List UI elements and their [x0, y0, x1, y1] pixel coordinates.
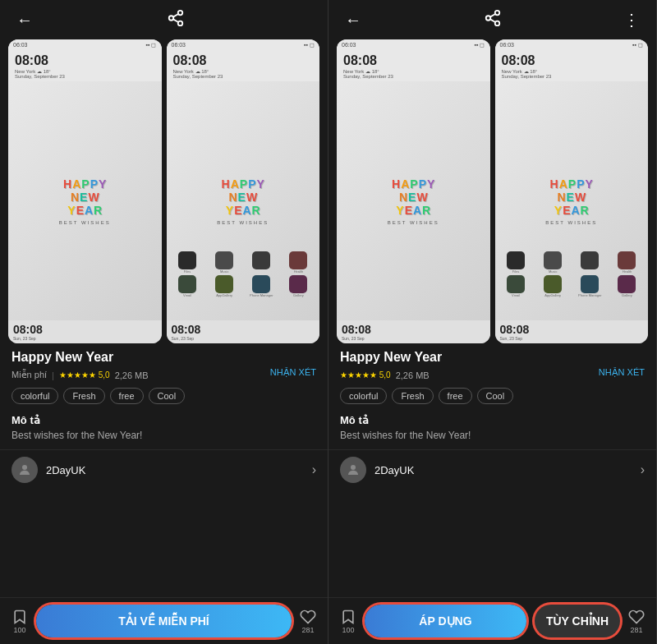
- left-phone2-hny: H A P P Y N E W Y E A R: [217, 177, 269, 225]
- left-heart-button[interactable]: 281: [300, 609, 316, 634]
- right-phone1-status-left: 06:03: [342, 42, 356, 48]
- left-phone2-bottom-time: 08:08: [172, 323, 315, 336]
- svg-point-6: [494, 10, 499, 15]
- right-phone1-date: Sunday, September 23: [343, 74, 484, 79]
- left-tag-free: free: [110, 388, 144, 404]
- left-bookmark-button[interactable]: 100: [11, 609, 28, 634]
- right-desc-section: Mô tả Best wishes for the New Year!: [328, 414, 656, 446]
- svg-point-2: [177, 21, 182, 25]
- left-phone1-status-left: 06:03: [13, 42, 28, 48]
- right-phone2-time: 08:08: [502, 53, 642, 68]
- right-info-section: Happy New Year ★★★★★ 5,0 2,26 MB NHẬN XÉ…: [328, 343, 656, 414]
- left-tag-cool: Cool: [149, 388, 186, 404]
- left-info-section: Happy New Year Miễn phí | ★★★★★ 5,0 2,26…: [0, 343, 328, 414]
- left-phone1-bottom-date: Sun, 23 Sep: [13, 336, 157, 341]
- left-screenshot-area: 06:03 ▪▪ ◻ 08:08 New York ☁ 18° Sunday, …: [0, 39, 328, 343]
- right-review-button[interactable]: NHẬN XÉT: [599, 367, 645, 378]
- svg-line-9: [489, 19, 494, 22]
- left-desc-title: Mô tả: [11, 414, 316, 426]
- left-phone2-status-left: 06:03: [172, 42, 186, 48]
- left-heart-count: 281: [301, 626, 314, 634]
- left-tag-fresh: Fresh: [63, 388, 104, 404]
- right-top-bar: ← ⋮: [328, 0, 656, 39]
- right-phone1-location: New York ☁ 18°: [343, 68, 484, 74]
- right-phone2: 06:03 ▪▪ ◻ 08:08 New York ☁ 18° Sunday, …: [495, 39, 649, 343]
- left-phone2-status-right: ▪▪ ◻: [304, 42, 315, 48]
- left-app-title: Happy New Year: [11, 350, 316, 365]
- svg-point-1: [168, 16, 173, 21]
- right-phone1: 06:03 ▪▪ ◻ 08:08 New York ☁ 18° Sunday, …: [337, 39, 490, 343]
- right-screenshot-area: 06:03 ▪▪ ◻ 08:08 New York ☁ 18° Sunday, …: [328, 39, 656, 343]
- svg-point-11: [351, 465, 356, 470]
- svg-line-10: [489, 13, 494, 16]
- left-phone1-location: New York ☁ 18°: [15, 68, 155, 74]
- right-dev-arrow-icon: ›: [641, 462, 645, 477]
- left-panel: ← 06:03 ▪▪ ◻ 08:08 New York ☁ 18° Sunday…: [0, 0, 328, 644]
- right-developer-row[interactable]: 2DayUK ›: [328, 449, 656, 490]
- right-dev-name: 2DayUK: [374, 464, 641, 476]
- right-phone1-status-right: ▪▪ ◻: [475, 42, 485, 48]
- left-back-button[interactable]: ←: [13, 7, 36, 33]
- right-phone2-wishes: BEST WISHES: [545, 220, 597, 225]
- right-app-title: Happy New Year: [340, 350, 645, 365]
- left-phone1-wishes: BEST WISHES: [59, 220, 111, 225]
- svg-line-4: [172, 13, 177, 16]
- left-download-button[interactable]: TẢI VỀ MIỄN PHÍ: [36, 605, 292, 637]
- right-heart-button[interactable]: 281: [628, 609, 645, 634]
- svg-point-0: [177, 10, 182, 15]
- left-share-icon[interactable]: [163, 6, 188, 34]
- right-phone1-time: 08:08: [343, 53, 484, 68]
- left-desc-section: Mô tả Best wishes for the New Year!: [0, 414, 328, 446]
- left-phone1-time: 08:08: [15, 53, 155, 68]
- left-size: 2,26 MB: [115, 370, 149, 380]
- right-phone2-hny: H A P P Y N E W Y E A R: [545, 177, 597, 225]
- left-top-bar: ←: [0, 0, 328, 39]
- right-phone2-location: New York ☁ 18°: [502, 68, 642, 74]
- svg-point-8: [494, 21, 499, 25]
- left-phone2-wishes: BEST WISHES: [217, 220, 269, 225]
- right-back-button[interactable]: ←: [342, 7, 365, 33]
- left-phone2-date: Sunday, September 23: [173, 74, 314, 79]
- left-developer-row[interactable]: 2DayUK ›: [0, 449, 328, 490]
- left-rating: ★★★★★ 5,0: [59, 370, 110, 380]
- left-desc-text: Best wishes for the New Year!: [11, 430, 316, 441]
- left-phone1-bg: H A P P Y N E W Y E A R: [8, 81, 162, 320]
- right-tag-free: free: [439, 388, 472, 404]
- right-bottom-bar: 100 ÁP DỤNG TÙY CHỈNH 281: [328, 597, 656, 644]
- right-apply-button[interactable]: ÁP DỤNG: [365, 605, 526, 637]
- right-custom-button[interactable]: TÙY CHỈNH: [535, 605, 620, 637]
- left-phone1-bottom-time: 08:08: [13, 323, 157, 336]
- right-heart-count: 281: [630, 626, 642, 634]
- right-share-icon[interactable]: [480, 6, 505, 34]
- right-phone2-bg: H A P P Y N E W Y E A R: [495, 81, 649, 320]
- right-phone2-status-right: ▪▪ ◻: [632, 42, 643, 48]
- right-phone1-bottom-time: 08:08: [342, 323, 485, 336]
- right-bookmark-button[interactable]: 100: [340, 609, 356, 634]
- right-phone1-bottom-date: Sun, 23 Sep: [342, 336, 485, 341]
- right-more-button[interactable]: ⋮: [620, 7, 643, 33]
- right-panel: ← ⋮ 06:03 ▪▪ ◻ 08:08 New York ☁ 18° Su: [328, 0, 657, 644]
- right-phone2-date: Sunday, September 23: [502, 74, 642, 79]
- left-phone2-time: 08:08: [173, 53, 314, 68]
- left-phone2: 06:03 ▪▪ ◻ 08:08 New York ☁ 18° Sunday, …: [167, 39, 320, 343]
- right-tag-colorful: colorful: [340, 388, 387, 404]
- right-phone2-bottom-time: 08:08: [500, 323, 644, 336]
- right-phone1-wishes: BEST WISHES: [388, 220, 439, 225]
- left-price: Miễn phí: [11, 370, 47, 380]
- right-tag-fresh: Fresh: [392, 388, 433, 404]
- left-app-meta: Miễn phí | ★★★★★ 5,0 2,26 MB NHẬN XÉT: [11, 367, 316, 383]
- right-dev-avatar: [340, 457, 366, 483]
- svg-point-5: [22, 465, 27, 470]
- left-phone2-bottom-date: Sun, 23 Sep: [172, 336, 315, 341]
- right-rating: ★★★★★ 5,0: [340, 370, 391, 380]
- right-phone1-bg: H A P P Y N E W Y E A R: [337, 81, 490, 320]
- left-dev-name: 2DayUK: [46, 464, 312, 476]
- left-phone2-bg: H A P P Y N E W Y E A R: [167, 81, 320, 320]
- left-phone1: 06:03 ▪▪ ◻ 08:08 New York ☁ 18° Sunday, …: [8, 39, 162, 343]
- svg-line-3: [172, 19, 177, 22]
- right-app-meta: ★★★★★ 5,0 2,26 MB NHẬN XÉT: [340, 367, 645, 383]
- svg-point-7: [485, 16, 490, 21]
- left-review-button[interactable]: NHẬN XÉT: [270, 367, 316, 378]
- right-phone2-status-left: 06:03: [500, 42, 515, 48]
- left-bottom-bar: 100 TẢI VỀ MIỄN PHÍ 281: [0, 597, 328, 644]
